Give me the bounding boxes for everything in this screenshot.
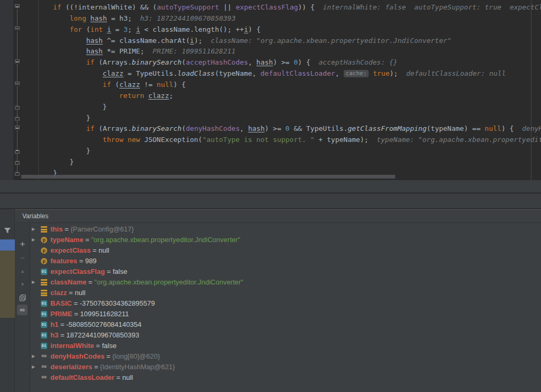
code-token: ( (115, 81, 119, 88)
fold-end-icon[interactable] (15, 159, 20, 165)
object-icon (41, 290, 47, 296)
stripe-selected-block[interactable] (0, 239, 15, 251)
variable-text: features = 989 (50, 256, 97, 266)
variable-row[interactable]: clazz = null (31, 288, 541, 298)
fold-expanded-icon[interactable] (15, 26, 20, 32)
code-token: "autoType is not support. " (202, 136, 314, 144)
variable-name: defaultClassLoader (50, 373, 115, 381)
variable-name: BASIC (50, 299, 72, 307)
add-watch-button[interactable]: + (15, 239, 30, 248)
variable-value: null (99, 246, 109, 254)
variable-row[interactable]: ▶this = {ParserConfig@617} (31, 224, 541, 235)
code-line[interactable]: if (Arrays.binarySearch(acceptHashCodes,… (86, 57, 397, 68)
code-line[interactable]: if (Arrays.binarySearch(denyHashCodes, h… (86, 123, 541, 134)
variable-row[interactable]: pexpectClass = null (31, 245, 541, 256)
code-line[interactable]: throw new JSONException("autoType is not… (103, 134, 541, 145)
duplicate-icon[interactable] (15, 294, 30, 301)
fold-expanded-icon[interactable] (15, 82, 20, 87)
move-down-button[interactable]: ▼ (15, 282, 30, 287)
expand-arrow-icon[interactable]: ▶ (32, 277, 38, 288)
fold-end-icon[interactable] (15, 148, 20, 154)
variables-tree[interactable]: ▶this = {ParserConfig@617}▶ptypeName = "… (31, 224, 541, 392)
variable-row[interactable]: 01h1 = -5808550276084140354 (31, 319, 541, 330)
remove-watch-button[interactable]: − (15, 254, 30, 262)
variable-text: denyHashCodes = {long[80]@620} (50, 351, 160, 362)
code-line[interactable]: hash ^= className.charAt(i); className: … (86, 35, 451, 46)
code-line[interactable]: } (69, 156, 74, 167)
variable-row[interactable]: 01expectClassFlag = false (31, 266, 541, 277)
primitive-icon: 01 (41, 300, 47, 307)
variable-row[interactable]: 01PRIME = 1099511628211 (31, 309, 541, 319)
code-token: if (86, 58, 98, 66)
code-line[interactable]: hash *= PRIME; PRIME: 1099511628211 (86, 46, 235, 57)
expand-arrow-icon[interactable]: ▶ (32, 235, 38, 245)
code-token: denyHashCodes (186, 124, 240, 132)
code-token: clazz (103, 69, 124, 77)
equals-sign: = (91, 246, 99, 254)
code-token: hash (90, 14, 107, 22)
primitive-icon: 01 (41, 332, 47, 338)
variable-value: "org.apache.xbean.propertyeditor.JndiCon… (94, 278, 243, 286)
variable-row[interactable]: ∞defaultClassLoader = null (31, 372, 541, 383)
code-line[interactable]: } (86, 112, 90, 123)
watches-toggle-button[interactable]: ∞ (17, 305, 28, 315)
variable-row[interactable]: 01h3 = 1872244109670850393 (31, 330, 541, 341)
code-line[interactable]: for (int i = 3; i < className.length(); … (69, 24, 260, 35)
variable-row[interactable]: ▶className = "org.apache.xbean.propertye… (31, 277, 541, 288)
horizontal-scrollbar[interactable] (21, 175, 395, 179)
variable-name: this (50, 225, 63, 233)
code-token: JSONException( (144, 136, 203, 144)
fold-end-icon[interactable] (15, 170, 20, 176)
code-line[interactable]: } (103, 101, 107, 112)
variable-row[interactable]: ▶ptypeName = "org.apache.xbean.propertye… (31, 235, 541, 245)
equals-sign: = (77, 257, 85, 265)
variable-name: clazz (50, 289, 67, 297)
code-token: acceptHashCodes (186, 58, 248, 66)
inline-debug-hint: internalWhite: false autoTypeSupport: tr… (315, 3, 541, 11)
code-line[interactable]: long hash = h3; h3: 1872244109670850393 (69, 13, 235, 24)
variable-row[interactable]: pfeatures = 989 (31, 256, 541, 266)
code-token: i (244, 25, 248, 33)
code-token: ^= className.charAt( (103, 37, 190, 44)
code-area[interactable]: if ((!internalWhite) && (autoTypeSupport… (0, 0, 541, 180)
code-token: } (86, 147, 90, 155)
code-token: autoTypeSupport (157, 3, 219, 11)
code-line[interactable]: clazz = TypeUtils.loadClass(typeName, de… (103, 68, 506, 79)
code-token: && TypeUtils. (290, 124, 348, 132)
variable-row[interactable]: ▶∞denyHashCodes = {long[80]@620} (31, 351, 541, 362)
filter-icon[interactable] (4, 227, 11, 234)
fold-expanded-icon[interactable] (15, 126, 20, 131)
code-line[interactable]: } (86, 145, 90, 156)
move-up-button[interactable]: ▲ (15, 269, 30, 274)
fold-end-icon[interactable] (15, 115, 20, 121)
variable-name: denyHashCodes (50, 352, 104, 360)
variable-text: expectClass = null (50, 245, 109, 256)
stripe-block (0, 251, 15, 318)
code-token: } (86, 114, 90, 122)
code-token: , (248, 58, 257, 66)
expand-arrow-icon[interactable]: ▶ (32, 351, 38, 362)
code-token: (typeName) == (426, 124, 485, 132)
code-line[interactable]: if ((!internalWhite) && (autoTypeSupport… (53, 2, 541, 13)
variable-name: className (50, 278, 86, 286)
fold-end-icon[interactable] (15, 104, 20, 110)
code-token: (typeName, (215, 69, 260, 77)
code-line[interactable]: if (clazz != null) { (103, 79, 186, 90)
fold-expanded-icon[interactable] (15, 59, 20, 65)
code-token: for (69, 25, 86, 33)
expand-arrow-icon[interactable]: ▶ (32, 224, 38, 235)
code-token: defaultClassLoader (260, 69, 335, 77)
code-editor[interactable]: if ((!internalWhite) && (autoTypeSupport… (0, 0, 541, 180)
expand-arrow-icon[interactable]: ▶ (32, 362, 38, 372)
variable-row[interactable]: 01internalWhite = false (31, 341, 541, 351)
code-token: int (90, 25, 107, 33)
variable-row[interactable]: ▶∞deserializers = {IdentityHashMap@621} (31, 362, 541, 372)
primitive-icon: 01 (41, 322, 47, 328)
fold-expanded-icon[interactable] (15, 4, 20, 10)
equals-sign: = (94, 342, 102, 350)
variable-row[interactable]: 01BASIC = -3750763034362895579 (31, 298, 541, 309)
variable-text: internalWhite = false (50, 341, 117, 351)
variable-value: 1099511628211 (80, 310, 129, 318)
code-line[interactable]: return clazz; (119, 90, 173, 101)
code-token: , (240, 124, 248, 132)
